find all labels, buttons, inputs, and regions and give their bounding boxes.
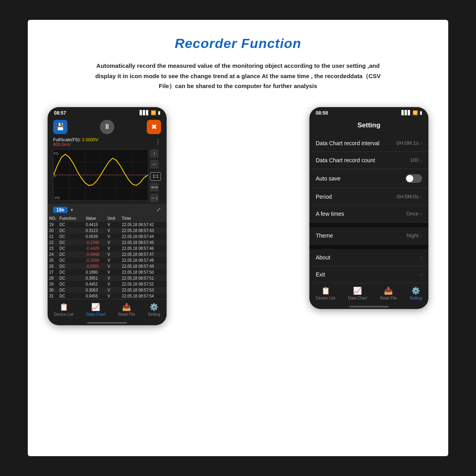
setting-label-text: A few times bbox=[316, 211, 344, 217]
table-cell: 22.05.18 08:57:54 bbox=[120, 293, 167, 299]
table-cell: DC bbox=[58, 228, 84, 234]
page-title: Recorder Function bbox=[48, 36, 428, 51]
left-phone: 08:57 ▋▋▋ 🛜 ▮ 💾 ⏸ ✖ FullScale(FS): 2.000… bbox=[48, 107, 167, 325]
col-no: NO. bbox=[48, 215, 58, 222]
setting-value-area: 0H:0M:1s› bbox=[397, 140, 422, 146]
fullscale-label: FullScale(FS): 2.0000V 600.0mV bbox=[53, 137, 98, 147]
table-cell: V bbox=[106, 257, 120, 263]
expand-icon[interactable]: ⤢ bbox=[156, 206, 161, 213]
chevron-right-icon: › bbox=[420, 271, 422, 278]
chevron-right-icon: › bbox=[420, 211, 422, 217]
nav-read-file[interactable]: 📥 Read File bbox=[118, 303, 135, 317]
nav-device-list[interactable]: 📋 Device List bbox=[54, 303, 73, 317]
setting-row-a-few-times[interactable]: A few timesOnce› bbox=[309, 205, 428, 223]
setting-value-area: Night› bbox=[407, 232, 422, 239]
zoom-fit-button[interactable]: ↔ bbox=[150, 160, 159, 169]
page-container: Recorder Function Automatically record t… bbox=[28, 20, 448, 456]
table-cell: V bbox=[106, 240, 120, 246]
pan-all-button[interactable]: ↔↕ bbox=[150, 194, 159, 202]
table-cell: V bbox=[106, 287, 120, 293]
toolbar-row: 💾 ⏸ ✖ bbox=[48, 117, 167, 136]
table-cell: 22.05.18 08:57:51 bbox=[120, 275, 167, 281]
table-cell: -0.4429 bbox=[84, 246, 106, 251]
setting-row-data-chart-record-interval[interactable]: Data Chart record interval0H:0M:1s› bbox=[309, 135, 428, 152]
table-cell: 22.05.18 08:57:49 bbox=[120, 263, 167, 269]
table-row: 22DC-0.2346V22.05.18 08:57:45 bbox=[48, 240, 167, 246]
setting-group-gap bbox=[309, 223, 428, 227]
table-row: 30DC0.3063V22.05.18 08:57:53 bbox=[48, 287, 167, 293]
device-list-label: Device List bbox=[54, 312, 73, 317]
setting-value-text: 0H:5M:0s bbox=[397, 194, 419, 200]
table-cell: DC bbox=[58, 263, 84, 269]
setting-row-exit[interactable]: Exit› bbox=[309, 266, 428, 283]
setting-row-theme[interactable]: ThemeNight› bbox=[309, 227, 428, 244]
pan-horizontal-button[interactable]: ⟺ bbox=[150, 183, 159, 192]
table-cell: DC bbox=[58, 287, 84, 293]
delete-button[interactable]: ✖ bbox=[147, 120, 161, 134]
table-cell: 22.05.18 08:57:52 bbox=[120, 281, 167, 287]
table-cell: 0.3951 bbox=[84, 275, 106, 281]
table-cell: DC bbox=[58, 246, 84, 251]
table-cell: 22.05.18 08:57:46 bbox=[120, 246, 167, 251]
col-unit: Unit bbox=[106, 215, 120, 222]
more-icon[interactable]: ⋮ bbox=[155, 138, 161, 146]
r-setting-label: Setting bbox=[410, 296, 422, 300]
right-time: 08:58 bbox=[316, 110, 328, 116]
toggle-switch[interactable] bbox=[405, 174, 422, 183]
pause-button[interactable]: ⏸ bbox=[100, 120, 114, 134]
ratio-button[interactable]: 1:1 bbox=[150, 172, 161, 181]
home-indicator bbox=[87, 322, 127, 324]
r-home-indicator bbox=[349, 306, 389, 307]
table-cell: V bbox=[106, 222, 120, 228]
table-row: 27DC0.1890V22.05.18 08:57:50 bbox=[48, 269, 167, 275]
table-cell: DC bbox=[58, 281, 84, 287]
table-row: 21DC0.0539V22.05.18 08:57:44 bbox=[48, 234, 167, 240]
table-cell: -0.2346 bbox=[84, 240, 106, 246]
chevron-right-icon: › bbox=[420, 140, 422, 146]
col-value: Value bbox=[84, 215, 106, 222]
data-chart-label: Data Chart bbox=[86, 312, 105, 317]
table-name-badge: 18e ▾ bbox=[53, 206, 73, 213]
zoom-up-button[interactable]: ↕ bbox=[150, 149, 159, 158]
table-cell: V bbox=[106, 275, 120, 281]
table-cell: 0.3063 bbox=[84, 287, 106, 293]
col-function: Function bbox=[58, 215, 84, 222]
table-cell: V bbox=[106, 281, 120, 287]
fullscale-value: 2.0000V bbox=[82, 137, 98, 142]
neg-fs-label: -FS bbox=[54, 196, 60, 200]
table-cell: V bbox=[106, 234, 120, 240]
setting-row-period[interactable]: Period0H:5M:0s› bbox=[309, 188, 428, 205]
r-device-list-label: Device List bbox=[316, 296, 335, 300]
read-file-label: Read File bbox=[118, 312, 135, 317]
setting-row-auto-save[interactable]: Auto save bbox=[309, 169, 428, 188]
left-status-bar: 08:57 ▋▋▋ 🛜 ▮ bbox=[48, 107, 167, 117]
left-bottom-nav: 📋 Device List 📈 Data Chart 📥 Read File ⚙… bbox=[48, 299, 167, 321]
r-nav-read-file[interactable]: 📥 Read File bbox=[380, 286, 397, 300]
left-status-icons: ▋▋▋ 🛜 ▮ bbox=[140, 110, 160, 115]
chevron-right-icon: › bbox=[420, 254, 422, 261]
r-device-list-icon: 📋 bbox=[321, 286, 330, 295]
r-nav-data-chart[interactable]: 📈 Data Chart bbox=[348, 286, 367, 300]
table-cell: V bbox=[106, 246, 120, 251]
right-bottom-nav: 📋 Device List 📈 Data Chart 📥 Read File ⚙… bbox=[309, 283, 428, 304]
save-button[interactable]: 💾 bbox=[53, 120, 67, 134]
setting-row-about[interactable]: About› bbox=[309, 249, 428, 266]
table-cell: 22.05.18 08:57:53 bbox=[120, 287, 167, 293]
table-row: 23DC-0.4429V22.05.18 08:57:46 bbox=[48, 246, 167, 251]
nav-data-chart[interactable]: 📈 Data Chart bbox=[86, 303, 105, 317]
table-cell: 22.05.18 08:57:42 bbox=[120, 222, 167, 228]
table-body: 19DC0.4415V22.05.18 08:57:4220DC0.3123V2… bbox=[48, 222, 167, 299]
nav-setting[interactable]: ⚙️ Setting bbox=[148, 303, 160, 317]
setting-label: Setting bbox=[148, 312, 160, 317]
table-cell: 22 bbox=[48, 240, 58, 246]
table-row: 29DC0.4452V22.05.18 08:57:52 bbox=[48, 281, 167, 287]
table-cell: 22.05.18 08:57:47 bbox=[120, 251, 167, 257]
dropdown-icon[interactable]: ▾ bbox=[71, 207, 73, 213]
setting-value-area: › bbox=[420, 271, 422, 278]
r-nav-device-list[interactable]: 📋 Device List bbox=[316, 286, 335, 300]
data-table: NO. Function Value Unit Time 19DC0.4415V… bbox=[48, 215, 167, 299]
r-nav-setting[interactable]: ⚙️ Setting bbox=[410, 286, 422, 300]
table-cell: DC bbox=[58, 275, 84, 281]
setting-row-data-chart-record-count[interactable]: Data Chart record count100› bbox=[309, 152, 428, 169]
table-cell: 0.4452 bbox=[84, 281, 106, 287]
